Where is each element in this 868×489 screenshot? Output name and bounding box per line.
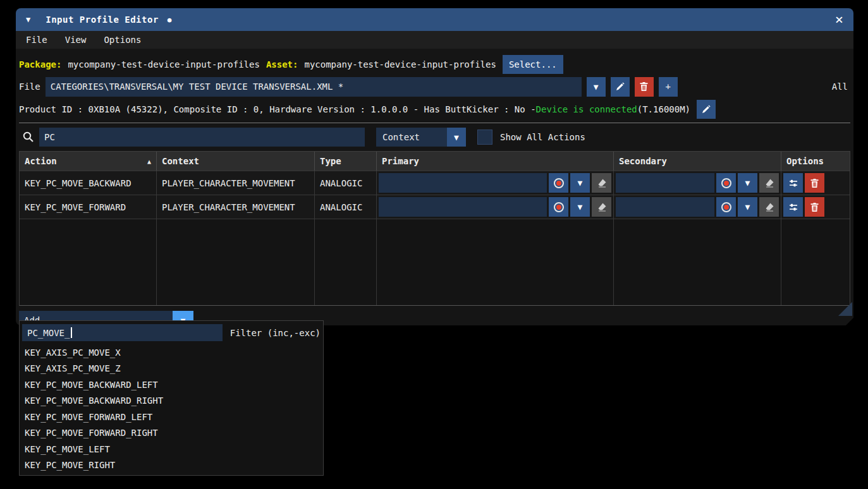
cell-primary: ▼ (377, 195, 614, 219)
file-edit-button[interactable] (611, 77, 630, 97)
primary-dropdown-button[interactable]: ▼ (570, 173, 590, 193)
primary-dropdown-button[interactable]: ▼ (570, 197, 590, 217)
column-header-type-label: Type (320, 156, 341, 166)
cell-context: PLAYER_CHARACTER_MOVEMENT (157, 171, 315, 195)
row-delete-button[interactable] (805, 173, 824, 193)
sliders-icon (788, 178, 798, 188)
menu-file[interactable]: File (26, 35, 47, 45)
eraser-icon (597, 178, 607, 188)
row-settings-button[interactable] (783, 173, 803, 193)
table-empty-area (20, 219, 850, 305)
file-path-value: CATEGORIES\TRANSVERSAL\MY TEST DEVICE TR… (51, 82, 344, 92)
cell-secondary: ▼ (614, 171, 781, 195)
close-icon[interactable]: × (835, 13, 843, 26)
search-input[interactable]: PC (39, 128, 365, 147)
device-info-row: Product ID : 0XB10A (45322), Composite I… (19, 99, 850, 119)
device-name-text: (T.16000M) (637, 104, 690, 114)
text-cursor (71, 327, 72, 338)
window-content: Package: mycompany-test-device-input-pro… (16, 49, 853, 325)
window-title: Input Profile Editor (46, 15, 159, 25)
table-row[interactable]: KEY_PC_MOVE_FORWARD PLAYER_CHARACTER_MOV… (20, 195, 850, 219)
secondary-clear-button[interactable] (759, 173, 779, 193)
menu-view[interactable]: View (65, 35, 87, 45)
column-header-primary[interactable]: Primary (377, 152, 614, 171)
list-item[interactable]: KEY_PC_MOVE_FORWARD_RIGHT (25, 425, 318, 442)
secondary-binding-field[interactable] (616, 173, 714, 193)
asset-label: Asset: (266, 59, 298, 69)
pencil-icon (615, 82, 625, 92)
sort-ascending-icon: ▲ (147, 158, 151, 165)
menubar: File View Options (16, 31, 853, 49)
collapse-window-icon[interactable]: ▼ (26, 15, 30, 24)
device-status-badge: Device is connected (536, 104, 637, 114)
column-header-secondary[interactable]: Secondary (614, 152, 781, 171)
list-item[interactable]: KEY_PC_MOVE_RIGHT (25, 457, 318, 474)
package-value: mycompany-test-device-input-profiles (68, 59, 259, 69)
file-path-field[interactable]: CATEGORIES\TRANSVERSAL\MY TEST DEVICE TR… (46, 77, 582, 97)
list-item[interactable]: KEY_PC_MOVE_BACKWARD_RIGHT (25, 393, 318, 409)
secondary-record-button[interactable] (716, 173, 736, 193)
primary-record-button[interactable] (549, 173, 568, 193)
file-filter-all-label: All (832, 82, 848, 92)
list-item[interactable]: KEY_PC_MOVE_BACKWARD_LEFT (25, 377, 318, 393)
eraser-icon (597, 202, 607, 212)
column-header-action-label: Action (25, 156, 57, 166)
context-filter-dropdown[interactable]: Context ▼ (376, 128, 466, 147)
primary-record-button[interactable] (549, 197, 568, 217)
secondary-dropdown-button[interactable]: ▼ (738, 197, 757, 217)
menu-options[interactable]: Options (104, 35, 141, 45)
file-dropdown-button[interactable]: ▼ (587, 77, 606, 97)
popup-filter-input[interactable]: PC_MOVE_ (22, 324, 223, 341)
secondary-dropdown-button[interactable]: ▼ (738, 173, 757, 193)
desktop-background: ▼ Input Profile Editor ● × File View Opt… (0, 0, 868, 489)
cell-action: KEY_PC_MOVE_BACKWARD (20, 171, 157, 195)
secondary-binding-field[interactable] (616, 197, 714, 217)
row-settings-button[interactable] (783, 197, 803, 217)
chevron-down-icon: ▼ (578, 203, 583, 211)
row-delete-button[interactable] (805, 197, 824, 217)
column-header-context-label: Context (162, 156, 199, 166)
popup-filter-row: PC_MOVE_ Filter (inc,-exc) (20, 321, 323, 343)
file-delete-button[interactable] (635, 77, 654, 97)
column-header-type[interactable]: Type (315, 152, 377, 171)
eraser-icon (764, 202, 774, 212)
primary-binding-field[interactable] (379, 173, 547, 193)
cell-options (781, 195, 851, 219)
select-asset-button[interactable]: Select... (503, 55, 563, 74)
column-header-action[interactable]: Action ▲ (20, 152, 157, 171)
context-dropdown-button[interactable]: ▼ (447, 128, 466, 147)
chevron-down-icon: ▼ (594, 83, 599, 91)
secondary-clear-button[interactable] (759, 197, 779, 217)
column-header-secondary-label: Secondary (619, 156, 667, 166)
list-item[interactable]: KEY_AXIS_PC_MOVE_X (25, 344, 318, 361)
primary-clear-button[interactable] (592, 173, 611, 193)
show-all-actions-checkbox[interactable] (477, 130, 492, 145)
search-icon (22, 131, 35, 143)
primary-binding-field[interactable] (379, 197, 547, 217)
input-profile-editor-window: ▼ Input Profile Editor ● × File View Opt… (16, 8, 853, 325)
device-edit-button[interactable] (697, 100, 716, 119)
resize-grip[interactable] (838, 302, 852, 316)
file-add-button[interactable]: + (659, 77, 678, 97)
secondary-record-button[interactable] (716, 197, 736, 217)
cell-type: ANALOGIC (315, 195, 377, 219)
titlebar[interactable]: ▼ Input Profile Editor ● × (16, 8, 853, 31)
column-header-options[interactable]: Options (781, 152, 851, 171)
list-item[interactable]: KEY_AXIS_PC_MOVE_Z (25, 361, 318, 377)
record-icon (721, 178, 731, 188)
chevron-down-icon: ▼ (578, 179, 583, 187)
pencil-icon (701, 104, 711, 114)
modified-indicator-icon: ● (168, 16, 172, 24)
cell-options (781, 171, 851, 195)
list-item[interactable]: KEY_PC_MOVE_FORWARD_LEFT (25, 409, 318, 425)
table-row[interactable]: KEY_PC_MOVE_BACKWARD PLAYER_CHARACTER_MO… (20, 171, 850, 195)
primary-clear-button[interactable] (592, 197, 611, 217)
chevron-down-icon: ▼ (745, 179, 750, 187)
list-item[interactable]: KEY_PC_MOVE_LEFT (25, 441, 318, 457)
column-header-context[interactable]: Context (157, 152, 315, 171)
add-action-popup: PC_MOVE_ Filter (inc,-exc) KEY_AXIS_PC_M… (19, 320, 324, 476)
trash-icon (810, 178, 819, 188)
cell-action: KEY_PC_MOVE_FORWARD (20, 195, 157, 219)
table-header-row: Action ▲ Context Type Primary Secondary … (20, 152, 850, 171)
search-input-value: PC (44, 132, 55, 142)
